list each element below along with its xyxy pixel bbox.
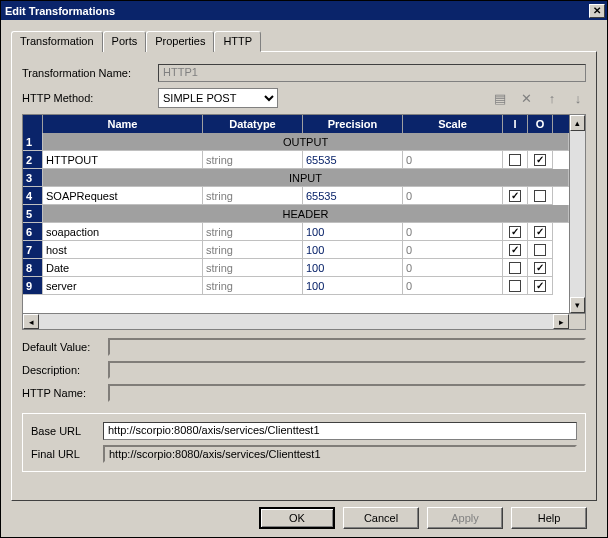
row-number[interactable]: 9	[23, 277, 43, 295]
cell-output-flag[interactable]	[528, 259, 553, 277]
row-number[interactable]: 7	[23, 241, 43, 259]
checkbox-input[interactable]	[509, 262, 521, 274]
cell-scale[interactable]: 0	[403, 151, 503, 169]
tab-ports[interactable]: Ports	[103, 31, 147, 52]
header-name[interactable]: Name	[43, 115, 203, 133]
delete-icon[interactable]: ✕	[518, 90, 534, 106]
cell-scale[interactable]: 0	[403, 241, 503, 259]
table-row[interactable]: 2HTTPOUTstring655350	[23, 151, 569, 169]
cell-datatype[interactable]: string	[203, 151, 303, 169]
cell-datatype[interactable]: string	[203, 259, 303, 277]
table-row: 5HEADER	[23, 205, 569, 223]
apply-button[interactable]: Apply	[427, 507, 503, 529]
table-row[interactable]: 7hoststring1000	[23, 241, 569, 259]
scroll-right-icon[interactable]: ▸	[553, 314, 569, 329]
base-url-input[interactable]: http://scorpio:8080/axis/services/Client…	[103, 422, 577, 440]
checkbox-input[interactable]	[509, 280, 521, 292]
cell-scale[interactable]: 0	[403, 259, 503, 277]
cell-name[interactable]: server	[43, 277, 203, 295]
table-row[interactable]: 4SOAPRequeststring655350	[23, 187, 569, 205]
header-datatype[interactable]: Datatype	[203, 115, 303, 133]
header-precision[interactable]: Precision	[303, 115, 403, 133]
tab-transformation[interactable]: Transformation	[11, 31, 103, 52]
http-method-select[interactable]: SIMPLE POST	[158, 88, 278, 108]
scroll-left-icon[interactable]: ◂	[23, 314, 39, 329]
table-row[interactable]: 8Datestring1000	[23, 259, 569, 277]
cell-input-flag[interactable]	[503, 241, 528, 259]
default-value-input[interactable]	[108, 338, 586, 356]
scroll-down-icon[interactable]: ▾	[570, 297, 585, 313]
cell-input-flag[interactable]	[503, 259, 528, 277]
cell-precision[interactable]: 100	[303, 241, 403, 259]
tab-http[interactable]: HTTP	[214, 31, 261, 52]
final-url-display: http://scorpio:8080/axis/services/Client…	[103, 445, 577, 463]
row-number[interactable]: 3	[23, 169, 43, 187]
cell-datatype[interactable]: string	[203, 187, 303, 205]
checkbox-output[interactable]	[534, 244, 546, 256]
cell-scale[interactable]: 0	[403, 223, 503, 241]
cell-precision[interactable]: 100	[303, 223, 403, 241]
table-row[interactable]: 9serverstring1000	[23, 277, 569, 295]
checkbox-output[interactable]	[534, 154, 546, 166]
cell-precision[interactable]: 65535	[303, 151, 403, 169]
cell-input-flag[interactable]	[503, 223, 528, 241]
close-button[interactable]: ✕	[589, 4, 605, 18]
header-output-flag[interactable]: O	[528, 115, 553, 133]
cell-input-flag[interactable]	[503, 151, 528, 169]
header-scale[interactable]: Scale	[403, 115, 503, 133]
http-method-label: HTTP Method:	[22, 92, 152, 104]
header-input-flag[interactable]: I	[503, 115, 528, 133]
cancel-button[interactable]: Cancel	[343, 507, 419, 529]
checkbox-output[interactable]	[534, 262, 546, 274]
horizontal-scrollbar[interactable]: ◂ ▸	[23, 314, 569, 329]
cell-input-flag[interactable]	[503, 187, 528, 205]
vertical-scrollbar[interactable]: ▴ ▾	[569, 115, 585, 313]
checkbox-input[interactable]	[509, 244, 521, 256]
checkbox-input[interactable]	[509, 154, 521, 166]
cell-datatype[interactable]: string	[203, 277, 303, 295]
row-number[interactable]: 2	[23, 151, 43, 169]
scroll-up-icon[interactable]: ▴	[570, 115, 585, 131]
move-down-icon[interactable]: ↓	[570, 90, 586, 106]
cell-precision[interactable]: 100	[303, 277, 403, 295]
http-name-input[interactable]	[108, 384, 586, 402]
row-number[interactable]: 4	[23, 187, 43, 205]
ok-button[interactable]: OK	[259, 507, 335, 529]
checkbox-output[interactable]	[534, 190, 546, 202]
cell-name[interactable]: soapaction	[43, 223, 203, 241]
help-button[interactable]: Help	[511, 507, 587, 529]
cell-scale[interactable]: 0	[403, 277, 503, 295]
cell-name[interactable]: Date	[43, 259, 203, 277]
cell-name[interactable]: HTTPOUT	[43, 151, 203, 169]
cell-scale[interactable]: 0	[403, 187, 503, 205]
scroll-track[interactable]	[570, 131, 585, 297]
row-number[interactable]: 8	[23, 259, 43, 277]
description-input[interactable]	[108, 361, 586, 379]
cell-output-flag[interactable]	[528, 151, 553, 169]
cell-name[interactable]: SOAPRequest	[43, 187, 203, 205]
row-number[interactable]: 5	[23, 205, 43, 223]
checkbox-input[interactable]	[509, 226, 521, 238]
cell-output-flag[interactable]	[528, 241, 553, 259]
checkbox-output[interactable]	[534, 226, 546, 238]
cell-precision[interactable]: 65535	[303, 187, 403, 205]
table-row[interactable]: 6soapactionstring1000	[23, 223, 569, 241]
checkbox-input[interactable]	[509, 190, 521, 202]
row-number[interactable]: 6	[23, 223, 43, 241]
cell-input-flag[interactable]	[503, 277, 528, 295]
cell-datatype[interactable]: string	[203, 223, 303, 241]
hscroll-track[interactable]	[39, 314, 553, 329]
cell-output-flag[interactable]	[528, 187, 553, 205]
port-detail-fields: Default Value: Description: HTTP Name:	[22, 338, 586, 407]
add-icon[interactable]: ▤	[492, 90, 508, 106]
move-up-icon[interactable]: ↑	[544, 90, 560, 106]
transformation-name-input[interactable]: HTTP1	[158, 64, 586, 82]
checkbox-output[interactable]	[534, 280, 546, 292]
cell-name[interactable]: host	[43, 241, 203, 259]
cell-output-flag[interactable]	[528, 223, 553, 241]
cell-output-flag[interactable]	[528, 277, 553, 295]
row-number[interactable]: 1	[23, 133, 43, 151]
cell-datatype[interactable]: string	[203, 241, 303, 259]
tab-properties[interactable]: Properties	[146, 31, 214, 52]
cell-precision[interactable]: 100	[303, 259, 403, 277]
